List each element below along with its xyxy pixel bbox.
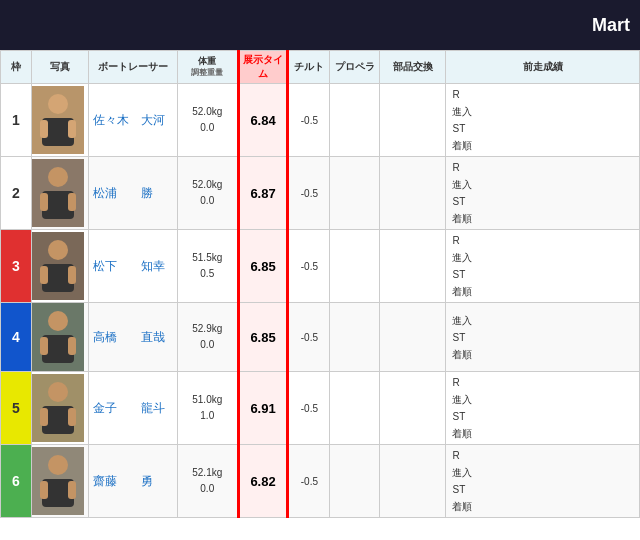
weight-value: 51.5kg <box>180 250 235 266</box>
photo-cell <box>31 230 88 303</box>
svg-rect-28 <box>40 481 48 499</box>
weight-value: 52.0kg <box>180 177 235 193</box>
header-photo: 写真 <box>31 51 88 84</box>
photo-cell <box>31 84 88 157</box>
table-row: 6 齋藤 勇 52.1kg 0.0 6.82 -0.5 R進入ST着順 <box>1 445 640 518</box>
propeller-cell <box>330 230 380 303</box>
svg-rect-3 <box>40 120 48 138</box>
propeller-cell <box>330 303 380 372</box>
header-racer: ボートレーサー <box>89 51 177 84</box>
table-row: 1 佐々木 大河 52.0kg 0.0 6.84 -0.5 R進入ST着順 <box>1 84 640 157</box>
display-time-cell: 6.85 <box>238 303 288 372</box>
svg-rect-9 <box>68 193 76 211</box>
table-row: 3 松下 知幸 51.5kg 0.5 6.85 -0.5 R進入ST着順 <box>1 230 640 303</box>
weight-cell: 52.0kg 0.0 <box>177 84 238 157</box>
display-time-cell: 6.84 <box>238 84 288 157</box>
photo-cell <box>31 372 88 445</box>
header-row: 枠 写真 ボートレーサー 体重 調整重量 展示タイム チルト プロペラ 部品交換… <box>1 51 640 84</box>
table-row: 2 松浦 勝 52.0kg 0.0 6.87 -0.5 R進入ST着順 <box>1 157 640 230</box>
weight-adj: 0.5 <box>180 266 235 282</box>
racer-table: 枠 写真 ボートレーサー 体重 調整重量 展示タイム チルト プロペラ 部品交換… <box>0 50 640 518</box>
parts-cell <box>380 303 446 372</box>
person-avatar <box>32 303 84 371</box>
racer-name[interactable]: 松浦 勝 <box>89 157 177 230</box>
header-tilt: チルト <box>288 51 330 84</box>
weight-adj: 1.0 <box>180 408 235 424</box>
header-weight-label: 体重 <box>180 56 235 68</box>
svg-point-16 <box>48 311 68 331</box>
svg-rect-23 <box>40 408 48 426</box>
svg-rect-29 <box>68 481 76 499</box>
svg-point-26 <box>48 455 68 475</box>
racer-name[interactable]: 高橋 直哉 <box>89 303 177 372</box>
waku-cell: 2 <box>1 157 32 230</box>
racer-name[interactable]: 佐々木 大河 <box>89 84 177 157</box>
header-display-time: 展示タイム <box>238 51 288 84</box>
header-waku: 枠 <box>1 51 32 84</box>
photo-cell <box>31 445 88 518</box>
svg-rect-19 <box>68 337 76 355</box>
table-row: 4 高橋 直哉 52.9kg 0.0 6.85 -0.5 進入ST着順 <box>1 303 640 372</box>
propeller-cell <box>330 372 380 445</box>
svg-point-1 <box>48 94 68 114</box>
results-cell: 進入ST着順 <box>446 303 640 372</box>
display-time-cell: 6.87 <box>238 157 288 230</box>
waku-cell: 3 <box>1 230 32 303</box>
svg-rect-14 <box>68 266 76 284</box>
header-parts: 部品交換 <box>380 51 446 84</box>
person-avatar <box>32 159 84 227</box>
svg-rect-18 <box>40 337 48 355</box>
tilt-cell: -0.5 <box>288 230 330 303</box>
tilt-cell: -0.5 <box>288 157 330 230</box>
parts-cell <box>380 157 446 230</box>
results-cell: R進入ST着順 <box>446 445 640 518</box>
header-results: 前走成績 <box>446 51 640 84</box>
waku-cell: 5 <box>1 372 32 445</box>
weight-adj: 0.0 <box>180 193 235 209</box>
weight-value: 52.0kg <box>180 104 235 120</box>
svg-rect-24 <box>68 408 76 426</box>
photo-cell <box>31 157 88 230</box>
person-avatar <box>32 232 84 300</box>
waku-cell: 6 <box>1 445 32 518</box>
tilt-cell: -0.5 <box>288 84 330 157</box>
results-cell: R進入ST着順 <box>446 84 640 157</box>
display-time-cell: 6.82 <box>238 445 288 518</box>
weight-adj: 0.0 <box>180 337 235 353</box>
weight-cell: 52.9kg 0.0 <box>177 303 238 372</box>
svg-point-11 <box>48 240 68 260</box>
weight-adj: 0.0 <box>180 120 235 136</box>
top-bar-title: Mart <box>592 15 630 36</box>
top-bar: Mart <box>0 0 640 50</box>
svg-rect-8 <box>40 193 48 211</box>
results-cell: R進入ST着順 <box>446 230 640 303</box>
photo-cell <box>31 303 88 372</box>
table-row: 5 金子 龍斗 51.0kg 1.0 6.91 -0.5 R進入ST着順 <box>1 372 640 445</box>
parts-cell <box>380 230 446 303</box>
header-weight: 体重 調整重量 <box>177 51 238 84</box>
svg-point-6 <box>48 167 68 187</box>
weight-cell: 51.0kg 1.0 <box>177 372 238 445</box>
waku-cell: 1 <box>1 84 32 157</box>
racer-name[interactable]: 金子 龍斗 <box>89 372 177 445</box>
tilt-cell: -0.5 <box>288 303 330 372</box>
weight-adj: 0.0 <box>180 481 235 497</box>
tilt-cell: -0.5 <box>288 445 330 518</box>
propeller-cell <box>330 157 380 230</box>
tilt-cell: -0.5 <box>288 372 330 445</box>
person-avatar <box>32 374 84 442</box>
racer-name[interactable]: 齋藤 勇 <box>89 445 177 518</box>
racer-name[interactable]: 松下 知幸 <box>89 230 177 303</box>
person-avatar <box>32 447 84 515</box>
header-weight-sub: 調整重量 <box>180 68 235 78</box>
parts-cell <box>380 445 446 518</box>
display-time-cell: 6.85 <box>238 230 288 303</box>
waku-cell: 4 <box>1 303 32 372</box>
parts-cell <box>380 84 446 157</box>
weight-value: 52.1kg <box>180 465 235 481</box>
header-propeller: プロペラ <box>330 51 380 84</box>
weight-value: 51.0kg <box>180 392 235 408</box>
results-cell: R進入ST着順 <box>446 372 640 445</box>
display-time-cell: 6.91 <box>238 372 288 445</box>
weight-value: 52.9kg <box>180 321 235 337</box>
